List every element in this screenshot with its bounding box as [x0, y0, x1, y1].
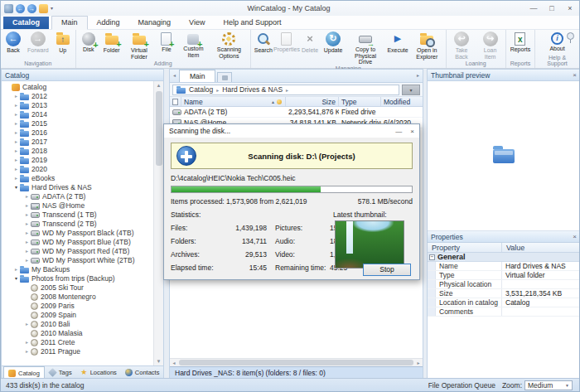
tree-expander-icon[interactable]: ▸: [12, 175, 20, 181]
tree-item[interactable]: ▸ 2019: [2, 155, 153, 164]
breadcrumb[interactable]: Catalog ▸ Hard Drives & NAS ▸: [172, 85, 399, 95]
ribbon-button[interactable]: Folder: [100, 31, 123, 54]
tree-expander-icon[interactable]: ▸: [12, 102, 20, 108]
ribbon-tab[interactable]: Managing: [129, 17, 181, 29]
tab-scroll-right-icon[interactable]: ▸: [413, 70, 423, 82]
tree-expander-icon[interactable]: ▸: [23, 211, 31, 217]
stop-button[interactable]: Stop: [363, 264, 411, 276]
minimize-button[interactable]: —: [524, 2, 543, 16]
ribbon-button[interactable]: Loan Item: [476, 31, 505, 60]
tree-item[interactable]: ▸ 2018: [2, 146, 153, 155]
tree-expander-icon[interactable]: ▸: [23, 239, 31, 244]
qat-back-icon[interactable]: ←: [16, 4, 25, 13]
tree-item[interactable]: ▾ Photos from trips (Backup): [2, 273, 153, 283]
ribbon-button[interactable]: Virtual Folder: [123, 31, 155, 60]
scroll-right-icon[interactable]: ▸: [414, 360, 423, 365]
tree-item[interactable]: ▸ Transcend (1 TB): [2, 210, 153, 219]
tree-item[interactable]: 2010 Malasia: [2, 328, 153, 337]
tree-expander-icon[interactable]: ▸: [23, 321, 31, 327]
close-panel-icon[interactable]: ×: [573, 233, 577, 240]
dialog-close-button[interactable]: ×: [410, 128, 414, 135]
tree-expander-icon[interactable]: ▸: [23, 348, 31, 354]
tree-item[interactable]: Catalog: [2, 82, 153, 91]
tree-item[interactable]: ▸ Transcend (2 TB): [2, 219, 153, 228]
tree-item[interactable]: ▸ 2013: [2, 100, 153, 109]
tree-expander-icon[interactable]: ▸: [12, 266, 20, 272]
tree-expander-icon[interactable]: ▾: [12, 184, 20, 190]
tree-expander-icon[interactable]: ▸: [12, 93, 20, 99]
ribbon-button[interactable]: Delete: [298, 31, 321, 54]
column-size[interactable]: Size: [286, 97, 339, 106]
tree-item[interactable]: ▸ 2015: [2, 119, 153, 128]
property-row[interactable]: Size 3,531,218,354 KB: [428, 289, 580, 298]
property-row[interactable]: Type Virtual folder: [428, 271, 580, 280]
sidebar-tab[interactable]: Catalog: [3, 366, 45, 379]
tree-item[interactable]: ▸ 2014: [2, 109, 153, 119]
sidebar-tab[interactable]: Tags: [45, 366, 76, 379]
tree-expander-icon[interactable]: ▸: [23, 230, 31, 235]
tree-item[interactable]: 2009 Spain: [2, 310, 153, 319]
column-name[interactable]: Name ▲: [181, 97, 286, 106]
pin-ribbon-icon[interactable]: [567, 32, 574, 40]
ribbon-tab[interactable]: Adding: [88, 17, 129, 29]
tree-expander-icon[interactable]: ▸: [23, 193, 31, 199]
tree-expander-icon[interactable]: ▸: [12, 111, 20, 117]
ribbon-button[interactable]: Properties: [275, 31, 298, 53]
tree-expander-icon[interactable]: ▸: [23, 339, 31, 345]
tree-item[interactable]: ▸ WD My Passport Blue (4TB): [2, 237, 153, 246]
column-property[interactable]: Property: [428, 243, 502, 252]
ribbon-tab[interactable]: Catalog: [3, 17, 49, 29]
ribbon-button[interactable]: Copy to Physical Drive: [345, 31, 386, 65]
ribbon-button[interactable]: Disk: [77, 31, 100, 53]
tree-expander-icon[interactable]: ▸: [12, 166, 20, 172]
tree-item[interactable]: ▸ WD My Passport Red (4TB): [2, 246, 153, 255]
breadcrumb-item[interactable]: Hard Drives & NAS: [222, 85, 283, 94]
ribbon-button[interactable]: Up: [51, 31, 75, 54]
tree-scrollbar[interactable]: ▲ ▼: [153, 81, 163, 365]
close-panel-icon[interactable]: ×: [573, 71, 577, 79]
tree-item[interactable]: ▸ ADATA (2 TB): [2, 191, 153, 201]
tree-item[interactable]: ▸ eBooks: [2, 173, 153, 182]
ribbon-tab[interactable]: View: [180, 17, 214, 29]
scrollbar-thumb[interactable]: [179, 360, 413, 365]
tab-main[interactable]: Main: [179, 70, 215, 82]
column-type[interactable]: Type: [339, 97, 381, 106]
horizontal-scrollbar[interactable]: ◂ ▸: [170, 358, 423, 366]
ribbon-button[interactable]: File: [155, 31, 178, 53]
ribbon-button[interactable]: Update: [321, 31, 345, 54]
tree-expander-icon[interactable]: ▸: [12, 157, 20, 162]
maximize-button[interactable]: □: [543, 2, 561, 16]
properties-group-row[interactable]: General: [428, 253, 580, 262]
tree-item[interactable]: ▸ 2017: [2, 137, 153, 146]
ribbon-button[interactable]: Search: [252, 31, 275, 54]
tree-item[interactable]: ▸ WD My Passport White (2TB): [2, 255, 153, 264]
dialog-title-bar[interactable]: Scanning the disk... — ×: [164, 124, 419, 138]
tree-expander-icon[interactable]: ▸: [23, 202, 31, 208]
property-row[interactable]: Location in catalog Catalog: [428, 298, 580, 307]
column-icon[interactable]: [170, 97, 181, 106]
ribbon-button[interactable]: Open in Explorer: [409, 31, 445, 60]
tree-item[interactable]: ▸ WD My Passport Black (4TB): [2, 228, 153, 237]
ribbon-button[interactable]: Execute: [386, 31, 409, 54]
tree-expander-icon[interactable]: ▸: [23, 257, 31, 263]
ribbon-button[interactable]: Forward: [25, 31, 51, 54]
collapse-box-icon[interactable]: [429, 254, 435, 260]
tree-expander-icon[interactable]: ▸: [12, 148, 20, 153]
sidebar-tab[interactable]: Contacts: [121, 366, 164, 379]
tab-new[interactable]: [217, 72, 232, 82]
column-value[interactable]: Value: [502, 243, 580, 252]
scroll-left-icon[interactable]: ◂: [170, 360, 178, 365]
tree-item[interactable]: ▾ Hard Drives & NAS: [2, 182, 153, 191]
ribbon-tab[interactable]: Help and Support: [214, 17, 290, 29]
tree-item[interactable]: 2005 Ski Tour: [2, 283, 153, 292]
tree-item[interactable]: ▸ 2016: [2, 128, 153, 137]
qat-dropdown-icon[interactable]: ▾: [51, 4, 53, 13]
tab-scroll-left-icon[interactable]: ◂: [170, 70, 179, 82]
tree-item[interactable]: ▸ 2020: [2, 164, 153, 173]
scrollbar-thumb[interactable]: [156, 91, 162, 166]
ribbon-tab[interactable]: Main: [51, 16, 88, 30]
tree-item[interactable]: ▸ 2010 Bali: [2, 319, 153, 328]
filter-icon[interactable]: [277, 99, 282, 104]
breadcrumb-item[interactable]: Catalog: [189, 85, 213, 94]
tree-expander-icon[interactable]: ▸: [23, 220, 31, 226]
